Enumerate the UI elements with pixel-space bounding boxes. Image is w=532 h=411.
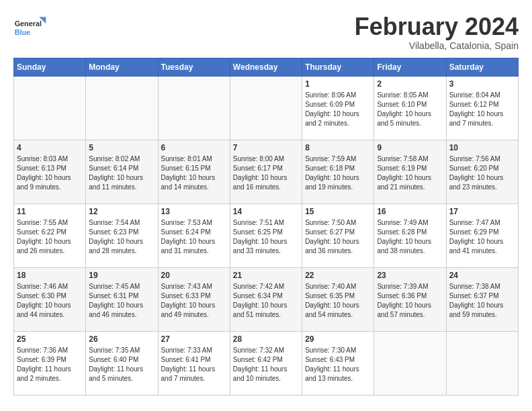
- day-number: 21: [233, 271, 299, 280]
- location-subtitle: Vilabella, Catalonia, Spain: [355, 40, 519, 51]
- day-detail: Sunrise: 8:06 AM Sunset: 6:09 PM Dayligh…: [305, 91, 371, 128]
- day-number: 8: [305, 143, 371, 152]
- day-number: 25: [17, 334, 83, 344]
- calendar-cell: 18 Sunrise: 7:46 AM Sunset: 6:30 PM Dayl…: [14, 267, 86, 331]
- calendar-cell: 9 Sunrise: 7:58 AM Sunset: 6:19 PM Dayli…: [374, 140, 446, 203]
- weekday-header-thursday: Thursday: [302, 58, 374, 76]
- day-detail: Sunrise: 7:56 AM Sunset: 6:20 PM Dayligh…: [449, 154, 515, 192]
- logo-icon: General Blue: [13, 13, 47, 42]
- calendar-cell: 5 Sunrise: 8:02 AM Sunset: 6:14 PM Dayli…: [86, 140, 158, 203]
- calendar-cell: 4 Sunrise: 8:03 AM Sunset: 6:13 PM Dayli…: [14, 140, 86, 203]
- day-detail: Sunrise: 7:47 AM Sunset: 6:29 PM Dayligh…: [449, 218, 515, 256]
- day-number: 23: [377, 271, 443, 280]
- day-number: 18: [17, 271, 83, 280]
- day-detail: Sunrise: 7:40 AM Sunset: 6:35 PM Dayligh…: [305, 282, 371, 320]
- page-header: General Blue February 2024 Vilabella, Ca…: [13, 13, 519, 51]
- day-detail: Sunrise: 7:58 AM Sunset: 6:19 PM Dayligh…: [377, 154, 443, 192]
- day-number: 15: [305, 207, 371, 216]
- calendar-cell: [14, 76, 86, 140]
- day-detail: Sunrise: 7:46 AM Sunset: 6:30 PM Dayligh…: [17, 282, 83, 320]
- day-number: 9: [377, 143, 443, 152]
- day-detail: Sunrise: 7:32 AM Sunset: 6:42 PM Dayligh…: [233, 346, 299, 383]
- weekday-header-tuesday: Tuesday: [158, 58, 230, 76]
- day-detail: Sunrise: 8:05 AM Sunset: 6:10 PM Dayligh…: [377, 91, 443, 128]
- day-detail: Sunrise: 7:54 AM Sunset: 6:23 PM Dayligh…: [89, 218, 154, 256]
- calendar-cell: 16 Sunrise: 7:49 AM Sunset: 6:28 PM Dayl…: [374, 203, 446, 267]
- calendar-cell: 13 Sunrise: 7:53 AM Sunset: 6:24 PM Dayl…: [158, 203, 230, 267]
- calendar-cell: 2 Sunrise: 8:05 AM Sunset: 6:10 PM Dayli…: [374, 76, 446, 140]
- calendar-cell: [446, 331, 518, 395]
- day-detail: Sunrise: 7:42 AM Sunset: 6:34 PM Dayligh…: [233, 282, 299, 320]
- calendar-week-row: 1 Sunrise: 8:06 AM Sunset: 6:09 PM Dayli…: [14, 76, 519, 140]
- day-number: 27: [161, 334, 227, 344]
- calendar-cell: 7 Sunrise: 8:00 AM Sunset: 6:17 PM Dayli…: [230, 140, 302, 203]
- day-number: 13: [161, 207, 227, 216]
- day-number: 29: [305, 334, 371, 344]
- day-number: 2: [377, 79, 443, 89]
- calendar-cell: 28 Sunrise: 7:32 AM Sunset: 6:42 PM Dayl…: [230, 331, 302, 395]
- calendar-cell: [158, 76, 230, 140]
- month-title: February 2024: [355, 13, 519, 40]
- calendar-week-row: 4 Sunrise: 8:03 AM Sunset: 6:13 PM Dayli…: [14, 140, 519, 203]
- day-number: 5: [89, 143, 154, 152]
- day-detail: Sunrise: 7:39 AM Sunset: 6:36 PM Dayligh…: [377, 282, 443, 320]
- calendar-table: SundayMondayTuesdayWednesdayThursdayFrid…: [13, 58, 519, 396]
- calendar-cell: 27 Sunrise: 7:33 AM Sunset: 6:41 PM Dayl…: [158, 331, 230, 395]
- day-detail: Sunrise: 8:04 AM Sunset: 6:12 PM Dayligh…: [449, 91, 515, 128]
- calendar-cell: 15 Sunrise: 7:50 AM Sunset: 6:27 PM Dayl…: [302, 203, 374, 267]
- day-number: 14: [233, 207, 299, 216]
- calendar-cell: 12 Sunrise: 7:54 AM Sunset: 6:23 PM Dayl…: [86, 203, 158, 267]
- calendar-cell: [230, 76, 302, 140]
- day-detail: Sunrise: 7:38 AM Sunset: 6:37 PM Dayligh…: [449, 282, 515, 320]
- calendar-cell: 14 Sunrise: 7:51 AM Sunset: 6:25 PM Dayl…: [230, 203, 302, 267]
- calendar-cell: 11 Sunrise: 7:55 AM Sunset: 6:22 PM Dayl…: [14, 203, 86, 267]
- calendar-cell: 22 Sunrise: 7:40 AM Sunset: 6:35 PM Dayl…: [302, 267, 374, 331]
- day-detail: Sunrise: 7:50 AM Sunset: 6:27 PM Dayligh…: [305, 218, 371, 256]
- day-detail: Sunrise: 7:49 AM Sunset: 6:28 PM Dayligh…: [377, 218, 443, 256]
- day-detail: Sunrise: 7:51 AM Sunset: 6:25 PM Dayligh…: [233, 218, 299, 256]
- day-detail: Sunrise: 7:36 AM Sunset: 6:39 PM Dayligh…: [17, 346, 83, 383]
- calendar-cell: 26 Sunrise: 7:35 AM Sunset: 6:40 PM Dayl…: [86, 331, 158, 395]
- day-detail: Sunrise: 7:45 AM Sunset: 6:31 PM Dayligh…: [89, 282, 154, 320]
- calendar-cell: 6 Sunrise: 8:01 AM Sunset: 6:15 PM Dayli…: [158, 140, 230, 203]
- day-number: 16: [377, 207, 443, 216]
- day-detail: Sunrise: 8:03 AM Sunset: 6:13 PM Dayligh…: [17, 154, 83, 192]
- calendar-cell: 8 Sunrise: 7:59 AM Sunset: 6:18 PM Dayli…: [302, 140, 374, 203]
- day-number: 26: [89, 334, 154, 344]
- weekday-header-sunday: Sunday: [14, 58, 86, 76]
- day-number: 22: [305, 271, 371, 280]
- day-number: 7: [233, 143, 299, 152]
- day-detail: Sunrise: 7:43 AM Sunset: 6:33 PM Dayligh…: [161, 282, 227, 320]
- svg-text:Blue: Blue: [15, 28, 30, 36]
- day-detail: Sunrise: 7:35 AM Sunset: 6:40 PM Dayligh…: [89, 346, 154, 383]
- day-detail: Sunrise: 7:53 AM Sunset: 6:24 PM Dayligh…: [161, 218, 227, 256]
- day-number: 24: [449, 271, 515, 280]
- day-detail: Sunrise: 7:30 AM Sunset: 6:43 PM Dayligh…: [305, 346, 371, 383]
- calendar-week-row: 11 Sunrise: 7:55 AM Sunset: 6:22 PM Dayl…: [14, 203, 519, 267]
- calendar-cell: 1 Sunrise: 8:06 AM Sunset: 6:09 PM Dayli…: [302, 76, 374, 140]
- weekday-header-friday: Friday: [374, 58, 446, 76]
- day-detail: Sunrise: 8:00 AM Sunset: 6:17 PM Dayligh…: [233, 154, 299, 192]
- day-number: 28: [233, 334, 299, 344]
- calendar-cell: 24 Sunrise: 7:38 AM Sunset: 6:37 PM Dayl…: [446, 267, 518, 331]
- calendar-cell: 3 Sunrise: 8:04 AM Sunset: 6:12 PM Dayli…: [446, 76, 518, 140]
- calendar-cell: 20 Sunrise: 7:43 AM Sunset: 6:33 PM Dayl…: [158, 267, 230, 331]
- calendar-cell: 19 Sunrise: 7:45 AM Sunset: 6:31 PM Dayl…: [86, 267, 158, 331]
- day-number: 11: [17, 207, 83, 216]
- day-detail: Sunrise: 8:02 AM Sunset: 6:14 PM Dayligh…: [89, 154, 154, 192]
- day-number: 20: [161, 271, 227, 280]
- day-number: 17: [449, 207, 515, 216]
- calendar-week-row: 18 Sunrise: 7:46 AM Sunset: 6:30 PM Dayl…: [14, 267, 519, 331]
- weekday-header-wednesday: Wednesday: [230, 58, 302, 76]
- day-number: 19: [89, 271, 154, 280]
- weekday-header-monday: Monday: [86, 58, 158, 76]
- calendar-week-row: 25 Sunrise: 7:36 AM Sunset: 6:39 PM Dayl…: [14, 331, 519, 395]
- day-detail: Sunrise: 7:33 AM Sunset: 6:41 PM Dayligh…: [161, 346, 227, 383]
- calendar-cell: 21 Sunrise: 7:42 AM Sunset: 6:34 PM Dayl…: [230, 267, 302, 331]
- svg-text:General: General: [15, 19, 42, 28]
- day-detail: Sunrise: 8:01 AM Sunset: 6:15 PM Dayligh…: [161, 154, 227, 192]
- weekday-header-saturday: Saturday: [446, 58, 518, 76]
- calendar-cell: [86, 76, 158, 140]
- day-number: 1: [305, 79, 371, 89]
- calendar-cell: 10 Sunrise: 7:56 AM Sunset: 6:20 PM Dayl…: [446, 140, 518, 203]
